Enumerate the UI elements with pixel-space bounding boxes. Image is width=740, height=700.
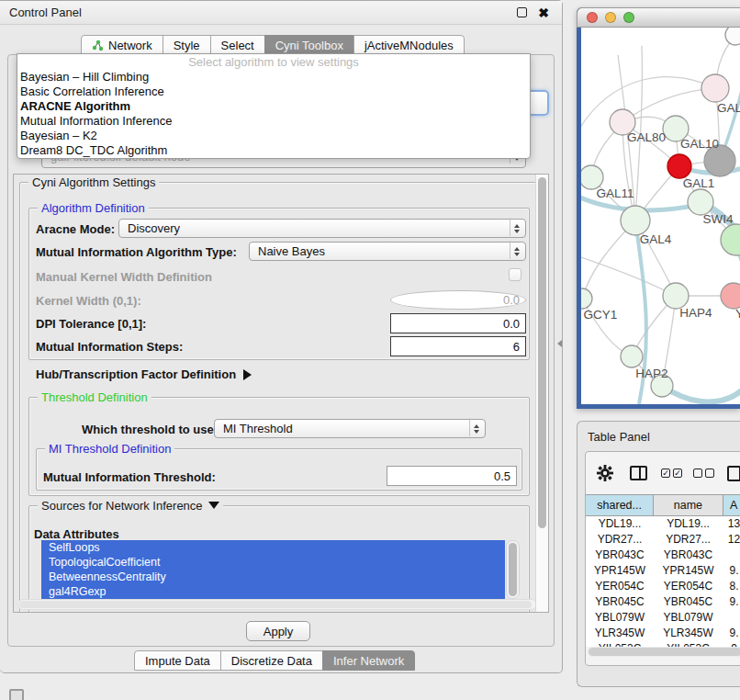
tab-cyni-toolbox[interactable]: Cyni Toolbox [264,35,354,55]
zoom-window-icon[interactable] [623,12,634,23]
network-node[interactable] [667,154,691,178]
control-panel-tabbar: Network Style Select Cyni Toolbox jActiv… [81,35,465,55]
control-panel-title: Control Panel [0,6,82,19]
tab-label: Style [174,39,200,52]
data-attribute-item[interactable]: BetweennessCentrality [41,570,505,584]
control-panel-titlebar[interactable]: Control Panel ✖ [0,1,562,25]
table-row[interactable]: YPR145WYPR145W9. [586,563,740,579]
table-row[interactable]: YDR27...YDR27...12 [586,532,740,548]
table-row[interactable]: YBR045CYBR045C9. [586,594,740,610]
tab-discretize-data[interactable]: Discretize Data [220,650,323,671]
data-attribute-item[interactable]: TopologicalCoefficient [41,555,505,570]
algorithm-dropdown-item[interactable]: ARACNE Algorithm [17,99,530,114]
table-cell: 12 [723,532,740,548]
network-node-label: HAP4 [679,306,712,320]
network-view-window: GALGAL80GAL10GAL1GAL11SWI4GAL4GCY1HAP4YH… [577,7,740,409]
network-node[interactable] [721,224,740,255]
float-panel-icon[interactable] [517,7,527,17]
manual-kernel-checkbox[interactable] [509,268,521,281]
hub-definition-toggle[interactable]: Hub/Transcription Factor Definition [36,367,252,381]
mi-threshold-field[interactable]: 0.5 [387,466,517,486]
control-panel-window: Control Panel ✖ Network Style Select Cyn… [0,0,563,673]
apply-button[interactable]: Apply [246,621,310,641]
network-node[interactable] [621,345,643,367]
algorithm-dropdown-list: Bayesian – Hill ClimbingBasic Correlatio… [17,70,530,158]
tab-jactivemnodules[interactable]: jActiveMNodules [353,35,465,55]
data-attribute-item[interactable]: gal4RGexp [41,584,505,599]
tab-label: Network [108,39,152,52]
table-horizontal-scrollbar[interactable] [588,647,740,657]
network-node[interactable] [725,28,740,45]
tab-infer-network[interactable]: Infer Network [322,650,415,671]
algorithm-dropdown-item[interactable]: Mutual Information Inference [17,114,530,129]
tab-style[interactable]: Style [163,35,211,55]
checked-pair-icon[interactable]: ✓✓ [661,469,682,478]
table-cell [723,610,740,626]
network-node[interactable] [581,288,592,309]
data-attributes-list[interactable]: SelfLoopsTopologicalCoefficientBetweenne… [41,540,505,599]
kernel-width-field[interactable]: 0.0 [390,290,526,310]
tab-impute-data[interactable]: Impute Data [134,650,221,671]
table-row[interactable]: YBR043CYBR043C [586,548,740,563]
gear-icon[interactable] [597,465,613,481]
settings-horizontal-scrollbar[interactable] [17,599,537,610]
mi-steps-field[interactable]: 6 [390,336,526,356]
network-node[interactable] [701,74,729,102]
tab-label: Cyni Toolbox [275,39,343,52]
column-header-shared-name[interactable]: shared... [585,494,654,516]
close-panel-icon[interactable]: ✖ [538,5,549,21]
network-window-titlebar[interactable] [577,7,740,28]
group-title[interactable]: Sources for Network Inference [38,499,223,513]
minimize-window-icon[interactable] [605,12,616,23]
table-row[interactable]: YBL079WYBL079W [586,610,740,626]
tab-label: jActiveMNodules [364,39,454,52]
table-row[interactable]: YLR345WYLR345W9. [586,626,740,641]
table-row[interactable]: YER054CYER054C8. [586,579,740,594]
network-node-label: GAL1 [683,176,715,190]
tab-label: Select [221,39,254,52]
network-node[interactable] [663,283,689,309]
network-node-label: GAL [717,101,740,115]
combo-arrows-icon [514,224,520,233]
expand-right-icon [243,369,252,380]
mi-threshold-value: 0.5 [494,469,510,483]
cyni-settings-scrollpane: Cyni Algorithm Settings Algorithm Defini… [13,174,549,613]
dpi-tolerance-field[interactable]: 0.0 [390,313,526,333]
algorithm-dropdown-item[interactable]: Basic Correlation Inference [17,85,530,99]
tab-network[interactable]: Network [81,35,163,55]
network-canvas[interactable]: GALGAL80GAL10GAL1GAL11SWI4GAL4GCY1HAP4YH… [581,28,740,404]
mi-type-combobox[interactable]: Naive Bayes [249,242,526,261]
table-row[interactable]: YDL19...YDL19...13 [586,516,740,532]
column-header-partial[interactable]: A [723,494,740,516]
table-icon[interactable] [727,466,740,481]
data-attribute-item[interactable]: SelfLoops [41,540,505,555]
algorithm-dropdown-item[interactable]: Dream8 DC_TDC Algorithm [17,143,530,158]
mi-steps-label: Mutual Information Steps: [36,340,183,354]
attributes-list-scrollbar[interactable] [506,540,520,599]
table-cell: YDL19... [586,516,654,532]
network-node[interactable] [721,283,740,309]
group-title: Algorithm Definition [38,201,149,215]
algorithm-dropdown-item[interactable]: Bayesian – Hill Climbing [17,70,530,85]
unchecked-pair-icon[interactable] [693,469,714,478]
collapsed-panel-icon[interactable] [9,689,24,700]
network-node-label: GAL80 [627,130,666,144]
tab-select[interactable]: Select [210,35,265,55]
column-header-name[interactable]: name [653,494,723,516]
which-threshold-combobox[interactable]: MI Threshold [214,419,486,438]
group-title: MI Threshold Definition [45,442,174,456]
network-node[interactable] [621,206,650,235]
table-cell: YPR145W [654,563,723,579]
table-cell: YBR043C [654,548,723,563]
table-cell: 9. [723,563,740,579]
network-node[interactable] [688,189,713,215]
algorithm-dropdown-item[interactable]: Bayesian – K2 [17,129,530,143]
table-cell: 8. [723,579,740,594]
split-columns-icon[interactable] [630,466,647,480]
splitter-grip[interactable] [557,340,562,347]
network-node-label: GAL4 [640,232,672,246]
aracne-mode-combobox[interactable]: Discovery [118,219,526,238]
close-window-icon[interactable] [587,12,598,23]
which-threshold-label: Which threshold to use: [82,423,218,436]
settings-vertical-scrollbar[interactable] [535,175,548,612]
